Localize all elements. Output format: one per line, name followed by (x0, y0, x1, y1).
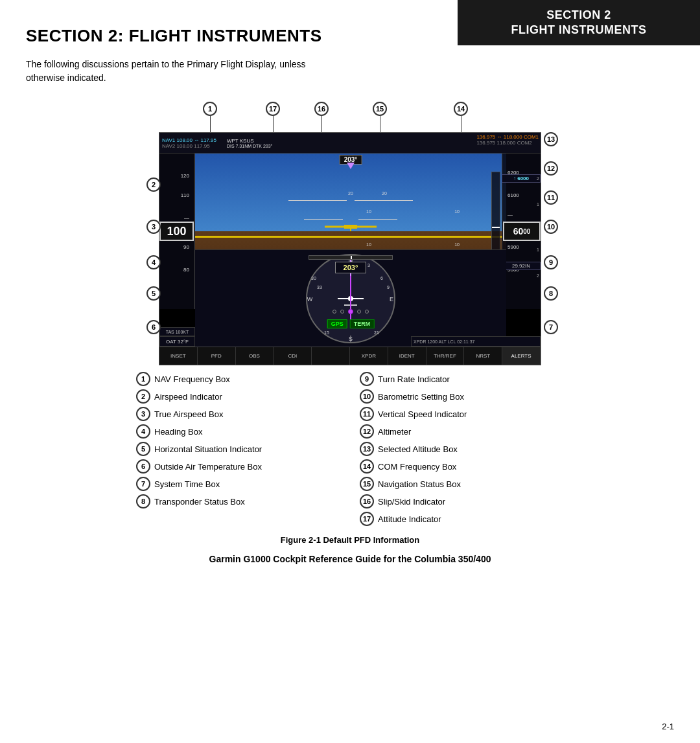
legend-num-4: 4 (136, 424, 150, 439)
heading-box: 203° (335, 262, 366, 273)
pitch-label-10r: 10 (454, 209, 460, 214)
callout-line-16 (321, 116, 322, 132)
svg-text:E: E (390, 296, 393, 303)
callout-12-container: 12 (544, 168, 554, 168)
figure-caption: Figure 2-1 Default PFD Information (26, 535, 674, 545)
airspeed-current: 100 (159, 222, 194, 241)
legend-item-7: 7 System Time Box (136, 477, 340, 491)
svg-text:W: W (307, 296, 313, 303)
nav-col-2: WPT KSUS DIS 7.31NM DTK 203° (227, 138, 273, 148)
svg-text:3: 3 (368, 263, 370, 268)
altitude-current: 6000 (503, 222, 541, 241)
cdi-dot-4 (365, 310, 369, 314)
nav-col-1: NAV1 108.00 ↔ 117.95 NAV2 108.00 117.95 (162, 137, 216, 149)
footer-text: Garmin G1000 Cockpit Reference Guide for… (26, 554, 674, 564)
callout-line-15 (380, 116, 380, 132)
legend-label-4: Heading Box (154, 427, 202, 437)
pitch-line-10-right (358, 219, 397, 220)
legend-label-1: NAV Frequency Box (154, 374, 230, 384)
callout-top-16: 16 (314, 102, 329, 116)
legend-item-4: 4 Heading Box (136, 424, 340, 439)
nav2-freq: NAV2 108.00 117.95 (162, 143, 216, 149)
speed-tick-80: 80 (183, 267, 189, 273)
vsi-tick-2up: 2 (537, 176, 539, 181)
header-text: SECTION 2 FLIGHT INSTRUMENTS (511, 8, 647, 38)
legend-num-9: 9 (360, 372, 374, 386)
softkey-inset[interactable]: INSET (159, 347, 198, 365)
outside-air-temp-box: OAT 32°F (159, 336, 195, 347)
nav-bar: NAV1 108.00 ↔ 117.95 NAV2 108.00 117.95 … (159, 133, 541, 154)
cdi-dots (332, 310, 369, 314)
legend-num-12: 12 (360, 424, 374, 439)
callout-5-container: 5 (146, 293, 156, 293)
callout-top-15: 15 (373, 102, 387, 116)
speed-tick-100: — (184, 215, 189, 221)
altimeter-tape: ↑ 6000 6200 6100 — 5900 5800 2 1 1 2 600… (502, 154, 541, 309)
diagram-wrapper: 1 17 16 15 14 (123, 97, 577, 526)
softkey-nrst[interactable]: NRST (464, 347, 502, 365)
legend-item-6: 6 Outside Air Temperature Box (136, 459, 340, 474)
legend-label-3: True Airspeed Box (154, 409, 223, 419)
softkey-xpdr[interactable]: XPDR (350, 347, 388, 365)
softkey-thrref[interactable]: THR/REF (426, 347, 465, 365)
callout-13: 13 (544, 132, 558, 146)
nav-wpt: WPT KSUS (227, 138, 273, 144)
softkey-cdi[interactable]: CDI (274, 347, 312, 365)
softkey-alerts[interactable]: ALERTS (502, 347, 541, 365)
legend-num-2: 2 (136, 389, 150, 404)
softkey-pfd[interactable]: PFD (198, 347, 236, 365)
callout-13-container: 13 (544, 139, 554, 139)
airplane-symbol (325, 222, 377, 234)
legend-item-5: 5 Horizontal Situation Indicator (136, 442, 340, 456)
softkey-obs[interactable]: OBS (236, 347, 274, 365)
callout-top-1: 1 (203, 102, 217, 116)
alt-tick-6100: 6100 (508, 192, 519, 198)
alt-tick-5900: 5900 (508, 244, 519, 250)
callout-line-17 (273, 116, 274, 132)
callout-3: 3 (146, 220, 161, 234)
legend-item-2: 2 Airspeed Indicator (136, 389, 340, 404)
legend-item-8: 8 Transponder Status Box (136, 494, 340, 509)
legend-item-11: 11 Vertical Speed Indicator (360, 407, 564, 421)
legend-num-13: 13 (360, 442, 374, 456)
legend-label-12: Altimeter (378, 427, 411, 437)
legend-item-9: 9 Turn Rate Indicator (360, 372, 564, 386)
callout-9-container: 9 (544, 262, 554, 262)
legend-item-3: 3 True Airspeed Box (136, 407, 340, 421)
svg-text:21: 21 (374, 330, 379, 335)
legend-num-14: 14 (360, 459, 374, 474)
callout-10-container: 10 (544, 226, 554, 227)
callout-3-container: 3 (146, 226, 156, 227)
svg-text:9: 9 (387, 285, 390, 290)
pitch-label-10: 10 (366, 209, 371, 214)
callout-line-1 (210, 116, 211, 132)
pitch-label-20r: 20 (382, 191, 387, 196)
vsi-needle (492, 227, 500, 228)
callout-2: 2 (146, 177, 161, 192)
gps-mode-box: GPS (327, 319, 347, 328)
legend-area: 1 NAV Frequency Box 2 Airspeed Indicator… (123, 372, 577, 526)
legend-item-1: 1 NAV Frequency Box (136, 372, 340, 386)
callout-11: 11 (544, 190, 558, 205)
svg-text:33: 33 (317, 285, 322, 290)
true-airspeed-box: TAS 100KT (159, 327, 195, 336)
vsi-tick-1up: 1 (537, 202, 539, 207)
legend-item-13: 13 Selected Altitude Box (360, 442, 564, 456)
callout-8-container: 8 (544, 293, 554, 293)
speed-tick-120: 120 (181, 173, 189, 179)
legend-label-16: Slip/Skid Indicator (378, 497, 445, 507)
page-number: 2-1 (662, 722, 674, 731)
pfd-screen: NAV1 108.00 ↔ 117.95 NAV2 108.00 117.95 … (159, 132, 541, 365)
legend-num-11: 11 (360, 407, 374, 421)
legend-label-11: Vertical Speed Indicator (378, 409, 467, 419)
softkey-ident[interactable]: IDENT (388, 347, 426, 365)
legend-item-17: 17 Attitude Indicator (360, 512, 564, 526)
cdi-dot-1 (332, 310, 336, 314)
legend-num-6: 6 (136, 459, 150, 474)
term-mode-box: TERM (350, 319, 375, 328)
callout-4: 4 (146, 255, 161, 269)
hsi-area: N S W E 3 6 9 33 30 (195, 249, 506, 347)
legend-num-3: 3 (136, 407, 150, 421)
pitch-line-10-left (304, 219, 343, 220)
callout-8: 8 (544, 286, 558, 301)
